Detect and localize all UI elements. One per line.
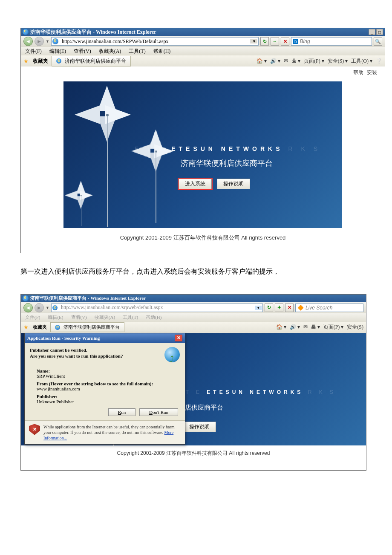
- menu-tools[interactable]: 工具(T): [123, 314, 138, 321]
- tab-bar: ★ 收藏夹 济南华联便利店供应商平台 🏠 ▾ 🔊 ▾ ✉ 🖶 ▾ 页面(P) ▾…: [21, 55, 385, 66]
- refresh-button[interactable]: ↻: [265, 304, 273, 312]
- dialog-header: Publisher cannot be verified. Are you su…: [25, 343, 185, 364]
- url-text: http://www.jinanhualian.com/srpweb/defau…: [59, 304, 255, 311]
- link-install[interactable]: 安装: [367, 69, 377, 75]
- menu-tools[interactable]: 工具(T): [129, 48, 145, 55]
- copyright-text: Copyright 2001-2009 江苏百年软件科技有限公司 All rig…: [21, 228, 385, 253]
- home-icon[interactable]: 🏠 ▾: [276, 324, 286, 330]
- page-content: 帮助 | 安装: [21, 66, 385, 253]
- window-titlebar: 济南华联便利店供应商平台 - Windows Internet Explorer: [21, 295, 366, 302]
- minimize-button[interactable]: _: [369, 29, 375, 35]
- command-bar: 🏠 ▾ 🔊 ▾ ✉ 🖶 ▾ 页面(P) ▾ 安全(S): [276, 324, 363, 331]
- cmd-page[interactable]: 页面(P) ▾: [304, 58, 324, 65]
- menu-edit[interactable]: 编辑(E): [48, 314, 63, 321]
- from-value: www.jinanhualian.com: [37, 386, 173, 391]
- dialog-title: Application Run - Security Warning: [27, 335, 100, 341]
- menu-file[interactable]: 文件(F): [25, 314, 40, 321]
- back-button[interactable]: ◄: [23, 37, 33, 46]
- menu-view[interactable]: 查看(V): [74, 48, 91, 55]
- menu-favorites[interactable]: 收藏夹(A): [99, 48, 121, 55]
- nav-bar: ◄ ► ▼ http://www.jinanhualian.com/SRPWeb…: [21, 36, 385, 47]
- window-title: 济南华联便利店供应商平台 - Windows Internet Explorer: [30, 295, 146, 301]
- menu-favorites[interactable]: 收藏夹(A): [95, 314, 115, 321]
- favorites-star-icon[interactable]: ★: [23, 58, 29, 64]
- shield-icon: ✕: [29, 424, 40, 435]
- screenshot-2: 济南华联便利店供应商平台 - Windows Internet Explorer…: [20, 294, 366, 471]
- globe-download-icon: [164, 347, 180, 362]
- cmd-safety[interactable]: 安全(S) ▾: [328, 58, 348, 65]
- print-icon[interactable]: 🖶 ▾: [311, 324, 320, 330]
- copyright-text: Copyright 2001-2009 江苏百年软件科技有限公司 All rig…: [21, 445, 366, 460]
- cmd-page[interactable]: 页面(P) ▾: [323, 324, 344, 331]
- help-icon[interactable]: ❔: [376, 58, 382, 64]
- tab-title: 济南华联便利店供应商平台: [63, 324, 120, 330]
- publisher-label: Publisher:: [37, 394, 173, 399]
- tab-title: 济南华联便利店供应商平台: [65, 58, 126, 65]
- stop-button[interactable]: ✕: [285, 304, 294, 312]
- brand-text: E T E ETESUN NETWORKS R K S: [175, 389, 336, 395]
- dialog-head-line1: Publisher cannot be verified.: [30, 347, 123, 353]
- cmd-tools[interactable]: 工具(O) ▾: [351, 58, 372, 65]
- refresh-button[interactable]: ↻: [260, 37, 269, 46]
- nav-history-dropdown[interactable]: ▼: [46, 306, 49, 310]
- address-bar[interactable]: http://www.jinanhualian.com/srpweb/defau…: [51, 304, 263, 312]
- dialog-close-button[interactable]: ✕: [175, 335, 182, 341]
- mail-icon[interactable]: ✉: [303, 324, 308, 330]
- dont-run-button[interactable]: Don't Run: [139, 408, 178, 416]
- ie-icon: [23, 29, 29, 35]
- screenshot-1: 济南华联便利店供应商平台 - Windows Internet Explorer…: [20, 28, 385, 253]
- bing-icon: b: [293, 39, 298, 44]
- go-button[interactable]: →: [271, 37, 279, 46]
- link-help[interactable]: 帮助: [353, 69, 363, 75]
- favorites-star-icon[interactable]: ★: [23, 324, 29, 330]
- address-dropdown[interactable]: ▾: [255, 306, 262, 310]
- ie-icon: [23, 295, 29, 301]
- menu-file[interactable]: 文件(F): [25, 48, 42, 55]
- cmd-safety[interactable]: 安全(S): [347, 324, 363, 331]
- platform-label: 济南华联便利店供应商平台: [181, 158, 273, 168]
- manual-button[interactable]: 操作说明: [217, 179, 250, 189]
- print-icon[interactable]: 🖶 ▾: [291, 58, 300, 64]
- forward-button[interactable]: ►: [35, 37, 44, 46]
- name-value: SRP.WinClient: [37, 373, 173, 379]
- description-paragraph: 第一次进入便利店供应商服务厅平台，点击进入系统后会有安装服务厅客户端的提示，: [20, 266, 372, 277]
- enter-system-button[interactable]: 进入系统: [179, 179, 212, 189]
- mail-icon[interactable]: ✉: [284, 58, 288, 64]
- menu-edit[interactable]: 编辑(E): [49, 48, 66, 55]
- run-button[interactable]: Run: [108, 408, 135, 416]
- address-bar[interactable]: http://www.jinanhualian.com/SRPWeb/Defau…: [51, 37, 259, 46]
- address-dropdown[interactable]: ▼: [251, 39, 257, 43]
- manual-button[interactable]: 操作说明: [183, 422, 216, 432]
- favorites-label[interactable]: 收藏夹: [33, 58, 48, 65]
- go-button[interactable]: ✦: [275, 304, 283, 312]
- menu-bar: 文件(F) 编辑(E) 查看(V) 收藏夹(A) 工具(T) 帮助(H): [21, 313, 366, 322]
- nav-history-dropdown[interactable]: ▼: [46, 39, 49, 43]
- dialog-body: Name: SRP.WinClient From (Hover over the…: [25, 364, 185, 407]
- stop-button[interactable]: ✕: [281, 37, 289, 46]
- window-titlebar: 济南华联便利店供应商平台 - Windows Internet Explorer…: [21, 28, 385, 36]
- dialog-head-line2: Are you sure you want to run this applic…: [30, 353, 123, 359]
- search-box[interactable]: b Bing: [291, 37, 372, 46]
- hero-banner: E T E ETESUN NETWORKS R K S 济南华联便利店供应商平台…: [63, 81, 342, 228]
- feeds-icon[interactable]: 🔊 ▾: [290, 324, 300, 330]
- menu-help[interactable]: 帮助(H): [146, 314, 161, 321]
- menu-help[interactable]: 帮助(H): [153, 48, 171, 55]
- maximize-button[interactable]: □: [376, 29, 383, 35]
- from-label: From (Hover over the string below to see…: [37, 381, 173, 386]
- favorites-label[interactable]: 收藏夹: [33, 324, 47, 330]
- menu-view[interactable]: 查看(V): [71, 314, 87, 321]
- search-go-button[interactable]: 🔍: [374, 37, 382, 46]
- page-icon: [52, 38, 58, 44]
- publisher-value: Unknown Publisher: [37, 399, 173, 404]
- tab-favicon-icon: [56, 58, 61, 64]
- dialog-titlebar[interactable]: Application Run - Security Warning ✕: [25, 333, 185, 343]
- name-label: Name:: [37, 368, 173, 373]
- active-tab[interactable]: 济南华联便利店供应商平台: [50, 322, 124, 332]
- active-tab[interactable]: 济南华联便利店供应商平台: [52, 56, 131, 66]
- feeds-icon[interactable]: 🔊 ▾: [270, 58, 280, 64]
- home-icon[interactable]: 🏠 ▾: [257, 58, 267, 64]
- search-box[interactable]: 🔶 Live Search: [295, 304, 363, 312]
- forward-button[interactable]: ►: [35, 303, 44, 312]
- back-button[interactable]: ◄: [23, 303, 33, 312]
- window-controls: _ □: [369, 29, 383, 35]
